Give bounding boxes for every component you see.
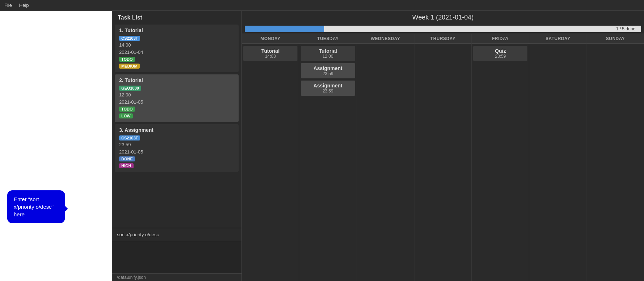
task-list: Task List 1. Tutorial CS2103T 14:002021-… — [112, 11, 242, 281]
task-list-items[interactable]: 1. Tutorial CS2103T 14:002021-01-04 TODO… — [112, 23, 242, 228]
task-item-2-module-tag: GEQ1000 — [119, 86, 141, 91]
right-panel: Task List 1. Tutorial CS2103T 14:002021-… — [112, 11, 644, 281]
task-item-2-status-tag: TODO — [119, 107, 135, 112]
status-path: \data\unify.json — [117, 275, 146, 280]
left-panel: Enter “sort x/priority o/desc” here — [0, 11, 112, 281]
progress-bar-container: 1 / 5 done — [242, 24, 644, 34]
day-events-friday: Quiz 23:59 — [472, 44, 529, 281]
task-item-1-time: 14:002021-01-04 — [119, 42, 234, 56]
task-item-2-title: 2. Tutorial — [119, 77, 234, 83]
event-tuesday-assignment-1-time: 23:59 — [304, 71, 352, 76]
task-item-3-time: 23:592021-01-05 — [119, 141, 234, 155]
day-header-thursday: THURSDAY — [414, 34, 471, 44]
task-list-header: Task List — [112, 11, 242, 23]
day-col-wednesday: WEDNESDAY — [357, 34, 414, 281]
event-tuesday-assignment-1: Assignment 23:59 — [301, 63, 355, 78]
day-header-monday: MONDAY — [242, 34, 299, 44]
event-friday-quiz: Quiz 23:59 — [473, 46, 527, 61]
command-input[interactable] — [112, 230, 242, 239]
day-events-wednesday — [357, 44, 414, 281]
day-col-monday: MONDAY Tutorial 14:00 — [242, 34, 299, 281]
day-col-sunday: SUNDAY — [587, 34, 644, 281]
day-header-wednesday: WEDNESDAY — [357, 34, 414, 44]
event-friday-quiz-time: 23:59 — [476, 54, 525, 59]
calendar-area: Week 1 (2021-01-04) 1 / 5 done MONDAY — [242, 11, 644, 281]
day-events-monday: Tutorial 14:00 — [242, 44, 299, 281]
event-monday-tutorial: Tutorial 14:00 — [243, 46, 297, 61]
day-header-friday: FRIDAY — [472, 34, 529, 44]
day-col-tuesday: TUESDAY Tutorial 12:00 Assignment 23:59 — [299, 34, 357, 281]
event-tuesday-assignment-1-title: Assignment — [304, 65, 352, 71]
task-item-3-module-tag: CS2103T — [119, 135, 140, 140]
tooltip-bubble: Enter “sort x/priority o/desc” here — [7, 190, 65, 223]
day-header-sunday: SUNDAY — [587, 34, 644, 44]
day-events-tuesday: Tutorial 12:00 Assignment 23:59 Assignme… — [299, 44, 356, 281]
task-item-3-title: 3. Assignment — [119, 127, 234, 133]
task-item-1-title: 1. Tutorial — [119, 27, 234, 33]
event-tuesday-assignment-2-time: 23:59 — [304, 88, 352, 94]
tooltip-text: Enter “sort x/priority o/desc” here — [14, 196, 53, 217]
task-item-1-status-tag: TODO — [119, 57, 135, 62]
day-header-saturday: SATURDAY — [529, 34, 586, 44]
task-item-3-status-tag: DONE — [119, 156, 135, 161]
command-output — [112, 241, 242, 273]
event-tuesday-tutorial-title: Tutorial — [304, 48, 352, 54]
week-header: Week 1 (2021-01-04) — [242, 11, 644, 24]
day-col-thursday: THURSDAY — [414, 34, 472, 281]
event-tuesday-assignment-2-title: Assignment — [304, 83, 352, 88]
event-monday-tutorial-time: 14:00 — [246, 54, 295, 59]
command-section — [112, 228, 242, 241]
progress-label: 1 / 5 done — [245, 26, 638, 32]
task-item-3-priority-tag: HIGH — [119, 163, 134, 168]
event-friday-quiz-title: Quiz — [476, 48, 525, 54]
event-tuesday-tutorial: Tutorial 12:00 — [301, 46, 355, 61]
task-item-2-time: 12:002021-01-05 — [119, 91, 234, 105]
task-item-1[interactable]: 1. Tutorial CS2103T 14:002021-01-04 TODO… — [115, 25, 239, 72]
day-col-friday: FRIDAY Quiz 23:59 — [472, 34, 529, 281]
task-item-3[interactable]: 3. Assignment CS2103T 23:592021-01-05 DO… — [115, 124, 239, 172]
event-tuesday-assignment-2: Assignment 23:59 — [301, 81, 355, 96]
task-item-2-priority-tag: LOW — [119, 113, 133, 118]
day-header-tuesday: TUESDAY — [299, 34, 356, 44]
menu-bar: File Help — [0, 0, 644, 11]
day-events-thursday — [414, 44, 471, 281]
day-events-saturday — [529, 44, 586, 281]
status-bar: \data\unify.json — [112, 273, 242, 281]
task-item-1-priority-tag: MEDIUM — [119, 64, 140, 69]
menu-file[interactable]: File — [4, 3, 12, 8]
day-columns: MONDAY Tutorial 14:00 TUESDAY — [242, 34, 644, 281]
main-area: Enter “sort x/priority o/desc” here Task… — [0, 11, 644, 281]
task-item-1-module-tag: CS2103T — [119, 36, 140, 41]
event-tuesday-tutorial-time: 12:00 — [304, 54, 352, 59]
menu-help[interactable]: Help — [19, 3, 29, 8]
day-events-sunday — [587, 44, 644, 281]
content-split: Task List 1. Tutorial CS2103T 14:002021-… — [112, 11, 644, 281]
event-monday-tutorial-title: Tutorial — [246, 48, 295, 54]
progress-bar-track: 1 / 5 done — [245, 26, 641, 32]
task-item-2[interactable]: 2. Tutorial GEQ1000 12:002021-01-05 TODO… — [115, 74, 239, 122]
day-col-saturday: SATURDAY — [529, 34, 587, 281]
